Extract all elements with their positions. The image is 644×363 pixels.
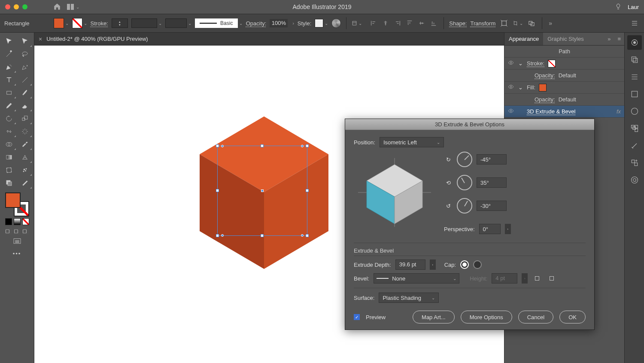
variable-width-profile[interactable]: ⌄ xyxy=(131,18,162,28)
perspective-stepper[interactable]: › xyxy=(505,224,511,234)
fill-mode-icon[interactable] xyxy=(2,177,16,189)
color-mode-solid[interactable] xyxy=(5,218,12,225)
close-tab-icon[interactable]: × xyxy=(39,36,42,43)
z-rotation-dial[interactable] xyxy=(457,198,472,214)
layers-panel-icon[interactable] xyxy=(627,52,642,67)
fill-swatch[interactable]: ⌄ xyxy=(54,18,69,28)
perspective-input[interactable]: 0° xyxy=(479,224,501,234)
eyedropper-tool[interactable] xyxy=(18,138,32,150)
shape-builder-tool[interactable] xyxy=(2,138,16,150)
appearance-row-3d-effect[interactable]: 3D Extrude & Bevel fx xyxy=(504,106,624,118)
appearance-row-fill[interactable]: ⌄ Fill: xyxy=(504,82,624,94)
appearance-row-stroke[interactable]: ⌄ Stroke: xyxy=(504,58,624,70)
selection-tool[interactable] xyxy=(2,35,16,47)
anchor-point[interactable] xyxy=(221,145,224,147)
align-hcenter-icon[interactable] xyxy=(381,18,390,28)
visibility-icon[interactable] xyxy=(508,108,515,115)
resize-handle[interactable] xyxy=(216,234,219,237)
surface-select[interactable]: Plastic Shading⌄ xyxy=(379,293,439,303)
visibility-icon[interactable] xyxy=(508,60,515,67)
free-transform-tool[interactable] xyxy=(18,125,32,137)
resize-handle[interactable] xyxy=(261,144,264,147)
isolate-icon[interactable] xyxy=(499,18,509,28)
resize-handle[interactable] xyxy=(306,234,309,237)
resize-handle[interactable] xyxy=(306,189,309,192)
document-tab[interactable]: × Untitled-2* @ 400% (RGB/GPU Preview) xyxy=(34,33,504,46)
preview-label[interactable]: Preview xyxy=(366,314,386,320)
color-mode-gradient[interactable] xyxy=(14,218,21,225)
map-art-button[interactable]: Map Art... xyxy=(413,311,455,323)
rectangle-tool[interactable] xyxy=(2,87,16,99)
opacity-stepper[interactable]: › xyxy=(292,21,294,26)
slice-tool[interactable] xyxy=(18,177,32,189)
artboard-tool[interactable] xyxy=(2,164,16,176)
preview-checkbox[interactable]: ✓ xyxy=(354,314,360,320)
home-icon[interactable] xyxy=(53,3,61,12)
scale-tool[interactable] xyxy=(18,113,32,125)
lasso-tool[interactable] xyxy=(18,48,32,60)
disclosure-icon[interactable]: ⌄ xyxy=(518,60,523,67)
pen-tool[interactable] xyxy=(2,61,16,73)
cancel-button[interactable]: Cancel xyxy=(518,311,553,323)
tab-appearance[interactable]: Appearance xyxy=(504,33,543,45)
crop-icon[interactable]: ⌄ xyxy=(513,18,523,28)
cap-on-button[interactable] xyxy=(460,260,469,269)
bevel-select[interactable]: None ⌄ xyxy=(374,273,459,284)
effect-row-label[interactable]: 3D Extrude & Bevel xyxy=(527,108,575,115)
paintbrush-tool[interactable] xyxy=(18,87,32,99)
more-options-chevron[interactable]: » xyxy=(549,20,552,27)
y-rotation-dial[interactable] xyxy=(457,175,472,190)
perspective-tool[interactable] xyxy=(18,151,32,163)
opacity-input[interactable]: 100% xyxy=(270,19,288,27)
panel-menu-icon[interactable] xyxy=(629,18,640,28)
transform-button[interactable]: Transform xyxy=(470,20,495,27)
line-tool[interactable] xyxy=(18,74,32,86)
opacity-label[interactable]: Opacity: xyxy=(246,20,267,27)
fill-stroke-control[interactable] xyxy=(5,192,29,217)
maximize-window[interactable] xyxy=(22,4,27,9)
ok-button[interactable]: OK xyxy=(559,311,586,323)
center-point[interactable] xyxy=(261,189,264,192)
properties-panel-icon[interactable] xyxy=(627,35,642,50)
stroke-row-label[interactable]: Stroke: xyxy=(527,60,544,67)
curvature-tool[interactable] xyxy=(18,61,32,73)
eraser-tool[interactable] xyxy=(18,100,32,112)
align-bottom-icon[interactable] xyxy=(429,18,438,28)
stroke-profile[interactable]: ⌄ xyxy=(165,18,191,28)
panel-collapse-icon[interactable]: » xyxy=(604,36,614,42)
pencil-tool[interactable] xyxy=(2,100,16,112)
fill-color[interactable] xyxy=(5,192,21,208)
appearance-row-fill-opacity[interactable]: Opacity: Default xyxy=(504,94,624,106)
swatches-panel-icon[interactable] xyxy=(627,87,642,101)
color-mode-none[interactable] xyxy=(22,218,29,225)
opacity-row-label[interactable]: Opacity: xyxy=(535,72,555,79)
opacity-row-label[interactable]: Opacity: xyxy=(535,96,555,103)
align-vcenter-icon[interactable] xyxy=(417,18,426,28)
brush-definition[interactable]: Basic⌄ xyxy=(195,18,243,28)
direct-selection-tool[interactable] xyxy=(18,35,32,47)
x-rotation-dial[interactable] xyxy=(457,152,472,167)
stroke-label[interactable]: Stroke: xyxy=(91,20,108,27)
stroke-weight-input[interactable]: ▴▾ xyxy=(112,18,128,28)
z-rotation-input[interactable]: -30° xyxy=(477,201,507,211)
tab-graphic-styles[interactable]: Graphic Styles xyxy=(543,33,588,45)
resize-handle[interactable] xyxy=(261,234,264,237)
screen-mode-draw-behind[interactable]: ◻ xyxy=(14,228,21,235)
x-rotation-input[interactable]: -45° xyxy=(477,154,507,165)
type-tool[interactable] xyxy=(2,74,16,86)
extrude-depth-stepper[interactable]: › xyxy=(430,259,436,270)
anchor-point[interactable] xyxy=(301,145,304,147)
anchor-point[interactable] xyxy=(221,234,224,237)
arrange-documents-icon[interactable]: ⌄ xyxy=(67,4,79,10)
user-name[interactable]: Laur xyxy=(628,4,639,10)
panel-menu-icon[interactable]: ≡ xyxy=(614,36,624,42)
libraries-panel-icon[interactable] xyxy=(627,70,642,84)
disclosure-icon[interactable]: ⌄ xyxy=(518,84,523,91)
symbol-sprayer-tool[interactable] xyxy=(18,164,32,176)
position-select[interactable]: Isometric Left⌄ xyxy=(380,137,444,147)
cap-off-button[interactable] xyxy=(473,260,482,269)
resize-handle[interactable] xyxy=(216,189,219,192)
arrange-icon[interactable] xyxy=(526,18,537,28)
cc-libraries-icon[interactable] xyxy=(627,173,642,187)
color-panel-icon[interactable] xyxy=(627,104,642,119)
